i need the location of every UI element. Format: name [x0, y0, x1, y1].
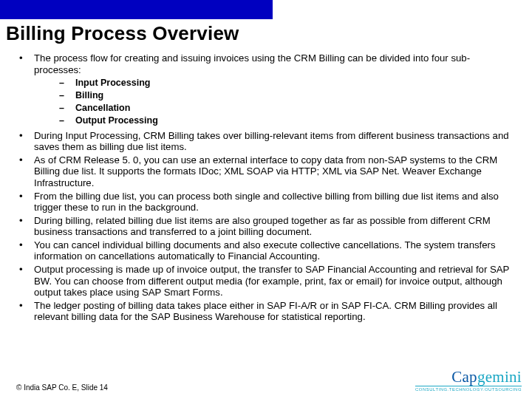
bullet-mark: •: [16, 239, 34, 262]
bullet-mark: •: [16, 264, 34, 299]
company-logo: Capgemini CONSULTING.TECHNOLOGY.OUTSOURC…: [415, 368, 522, 392]
bullet-mark: •: [16, 191, 34, 214]
list-text: The ledger posting of billing data takes…: [34, 300, 516, 323]
slide-footer: © India SAP Co. E, Slide 14: [16, 383, 108, 392]
slide: Billing Process Overview • The process f…: [0, 0, 532, 399]
list-text: During billing, related billing due list…: [34, 215, 516, 238]
logo-wordmark: Capgemini: [415, 368, 522, 386]
intro-text: The process flow for creating and issuin…: [34, 52, 470, 75]
list-item: •During Input Processing, CRM Billing ta…: [16, 130, 516, 153]
slide-title: Billing Process Overview: [0, 19, 532, 50]
sub-item: – Billing: [59, 89, 516, 102]
sub-item: – Cancellation: [59, 102, 516, 115]
dash-mark: –: [59, 89, 75, 102]
logo-part1: Cap: [451, 368, 477, 386]
sub-item: – Output Processing: [59, 115, 516, 127]
list-item: •Output processing is made up of invoice…: [16, 264, 516, 299]
list-text: From the billing due list, you can proce…: [34, 191, 516, 214]
list-text: Output processing is made up of invoice …: [34, 264, 516, 299]
sub-text: Cancellation: [75, 102, 130, 115]
list-text: You can cancel individual billing docume…: [34, 239, 516, 262]
list-item: •As of CRM Release 5. 0, you can use an …: [16, 154, 516, 189]
list-text: As of CRM Release 5. 0, you can use an e…: [34, 154, 516, 189]
list-item: •During billing, related billing due lis…: [16, 215, 516, 238]
sub-list: –Input Processing – Billing – Cancellati…: [34, 75, 516, 129]
dash-mark: –: [59, 115, 75, 127]
bullet-mark: •: [16, 154, 34, 189]
sub-text: Input Processing: [75, 77, 150, 89]
bullet-list: • The process flow for creating and issu…: [16, 52, 516, 323]
bullet-mark: •: [16, 300, 34, 323]
list-text: The process flow for creating and issuin…: [34, 52, 516, 129]
logo-tagline: CONSULTING.TECHNOLOGY.OUTSOURCING: [415, 386, 522, 392]
logo-part2: gemini: [477, 368, 522, 386]
slide-body: • The process flow for creating and issu…: [0, 50, 532, 323]
list-text: During Input Processing, CRM Billing tak…: [34, 130, 516, 153]
top-accent-bar: [0, 0, 273, 19]
bullet-mark: •: [16, 215, 34, 238]
sub-item: –Input Processing: [59, 77, 516, 89]
list-item: •You can cancel individual billing docum…: [16, 239, 516, 262]
sub-text: Output Processing: [75, 115, 158, 127]
bullet-mark: •: [16, 52, 34, 129]
dash-mark: –: [59, 102, 75, 115]
dash-mark: –: [59, 77, 75, 89]
bullet-mark: •: [16, 130, 34, 153]
sub-text: Billing: [75, 89, 103, 102]
list-item: • From the billing due list, you can pro…: [16, 191, 516, 214]
list-item: •The ledger posting of billing data take…: [16, 300, 516, 323]
list-item: • The process flow for creating and issu…: [16, 52, 516, 129]
